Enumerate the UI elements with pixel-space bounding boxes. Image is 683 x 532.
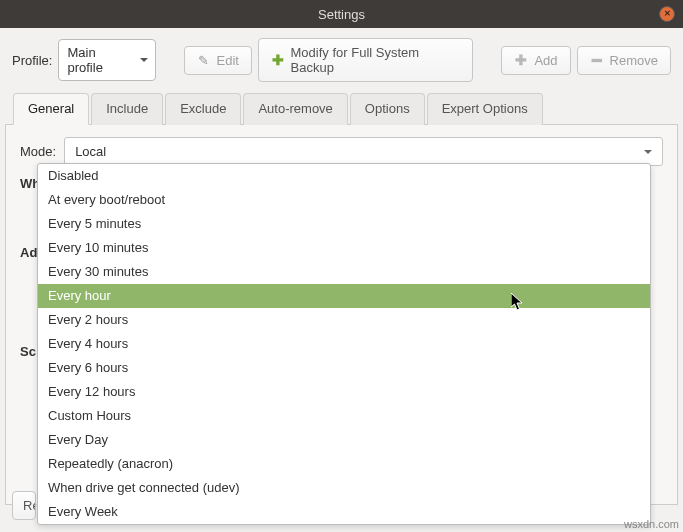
watermark: wsxdn.com [624,518,679,530]
tab-include[interactable]: Include [91,93,163,125]
window-title: Settings [318,7,365,22]
plus-gray-icon: ✚ [514,53,528,67]
plus-icon: ✚ [271,53,285,67]
profile-select[interactable]: Main profile [58,39,155,81]
tab-expert[interactable]: Expert Options [427,93,543,125]
dropdown-item[interactable]: Custom Hours [38,404,650,428]
remove-button[interactable]: ━ Remove [577,46,671,75]
tab-options[interactable]: Options [350,93,425,125]
edit-label: Edit [217,53,239,68]
dropdown-item[interactable]: Every 2 hours [38,308,650,332]
bottom-bar: Res [12,491,36,523]
mode-label: Mode: [20,144,56,159]
mode-select[interactable]: Local [64,137,663,166]
add-button[interactable]: ✚ Add [501,46,570,75]
dropdown-item[interactable]: When drive get connected (udev) [38,476,650,500]
remove-label: Remove [610,53,658,68]
dropdown-item[interactable]: Every Day [38,428,650,452]
dropdown-item[interactable]: At every boot/reboot [38,188,650,212]
minus-icon: ━ [590,53,604,67]
profile-select-value: Main profile [67,45,102,75]
tab-autoremove[interactable]: Auto-remove [243,93,347,125]
pencil-icon: ✎ [197,53,211,67]
add-label: Add [534,53,557,68]
modify-label: Modify for Full System Backup [291,45,461,75]
dropdown-item[interactable]: Every 12 hours [38,380,650,404]
dropdown-item[interactable]: Every 6 hours [38,356,650,380]
dropdown-item[interactable]: Every hour [38,284,650,308]
dropdown-item[interactable]: Every 10 minutes [38,236,650,260]
tab-strip: General Include Exclude Auto-remove Opti… [5,92,678,125]
schedule-dropdown[interactable]: DisabledAt every boot/rebootEvery 5 minu… [37,163,651,525]
modify-button[interactable]: ✚ Modify for Full System Backup [258,38,473,82]
dropdown-item[interactable]: Repeatedly (anacron) [38,452,650,476]
profile-label: Profile: [12,53,52,68]
dropdown-item[interactable]: Every 4 hours [38,332,650,356]
tab-exclude[interactable]: Exclude [165,93,241,125]
dropdown-item[interactable]: Every 5 minutes [38,212,650,236]
close-icon[interactable] [659,6,675,22]
dropdown-item[interactable]: Every Week [38,500,650,524]
dropdown-item[interactable]: Disabled [38,164,650,188]
title-bar: Settings [0,0,683,28]
restore-button-partial[interactable]: Res [12,491,36,520]
dropdown-item[interactable]: Every 30 minutes [38,260,650,284]
toolbar: Profile: Main profile ✎ Edit ✚ Modify fo… [0,28,683,92]
mode-select-value: Local [75,144,106,159]
tab-general[interactable]: General [13,93,89,125]
edit-button[interactable]: ✎ Edit [184,46,252,75]
